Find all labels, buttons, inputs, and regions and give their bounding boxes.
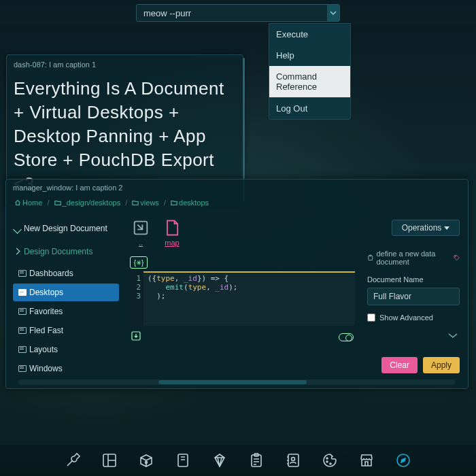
design-documents-header[interactable]: Design Documents [10,240,122,263]
menu-logout[interactable]: Log Out [269,97,350,119]
chevron-down-icon [330,10,337,16]
clear-button[interactable]: Clear [381,357,418,373]
command-dropdown: Execute Help Command Reference Log Out [269,23,351,120]
doc-name-field[interactable] [367,288,460,305]
tab-alt[interactable]: .. [131,218,150,247]
crumb-home[interactable]: Home [22,199,42,207]
palette-icon [322,452,338,469]
dock-clipboard[interactable] [248,452,265,469]
svg-rect-8 [178,454,188,466]
breadcrumb: Home / _design/desktops / views / deskto… [6,196,468,213]
code-text: ({type, _id}) => { emit(type, _id); ); [143,271,355,301]
svg-point-13 [326,458,328,459]
doc-name-input[interactable] [368,288,476,305]
define-hint: define a new data document [367,250,460,266]
editor-pane: .. map {✳} 123 ({type, _id}) => { emit(t… [124,213,359,384]
svg-point-14 [326,461,328,462]
home-icon [14,199,21,206]
tab-alt-label: .. [131,239,150,247]
dock-contacts[interactable] [284,452,302,469]
menu-help[interactable]: Help [269,45,350,66]
window2-caption: manager_window: I am caption 2 [6,180,468,196]
sidebar-item-dashboards[interactable]: Dashboards [13,265,119,282]
properties-panel: Operations define a new data document Do… [359,213,468,384]
code-editor[interactable]: 123 ({type, _id}) => { emit(type, _id); … [129,271,355,326]
clipboard-icon [367,254,373,262]
operations-button[interactable]: Operations [392,220,460,236]
wrench-icon [65,452,81,469]
crumb-design[interactable]: _design/desktops [63,199,121,207]
doc-name-label: Document Name [367,275,460,284]
show-advanced-checkbox[interactable] [367,313,375,322]
dock [0,445,476,476]
sidebar-item-layouts[interactable]: Layouts [13,341,119,358]
store-icon [358,452,375,469]
folder-icon [171,199,177,206]
sidebar-item-favorites[interactable]: Favorites [13,303,119,320]
file-icon [163,218,182,237]
folder-icon [132,199,139,206]
apply-button[interactable]: Apply [423,357,460,373]
dock-diamond[interactable] [211,452,228,469]
menu-command-reference[interactable]: Command Reference [269,66,350,97]
dock-store[interactable] [358,452,375,469]
tag-icon [454,254,460,262]
crumb-desktops[interactable]: desktops [179,199,209,207]
tab-map[interactable]: map [163,218,182,247]
command-input[interactable] [137,5,327,21]
menu-execute[interactable]: Execute [269,24,350,45]
svg-point-4 [455,256,456,257]
compass-icon [395,452,411,469]
dock-wrench[interactable] [64,452,82,469]
new-design-document[interactable]: New Design Document [10,217,122,240]
pointer-icon [131,218,150,237]
dock-book[interactable] [174,452,192,469]
panels-icon [101,452,118,469]
dock-compass[interactable] [394,452,412,469]
manager-window: manager_window: I am caption 2 Home / _d… [5,179,469,389]
tab-map-label: map [163,239,182,247]
command-dropdown-toggle[interactable] [327,5,339,21]
book-icon [175,452,191,469]
clipboard-icon [248,452,265,469]
download-icon [130,330,142,342]
gutter: 123 [129,271,143,326]
collapse-chevron[interactable] [446,331,460,339]
chevron-down-icon [446,331,460,339]
download-button[interactable] [130,330,142,344]
sidebar: New Design Document Design Documents Das… [6,213,124,384]
svg-point-15 [330,463,331,464]
contacts-icon [285,452,301,469]
dock-palette[interactable] [321,452,339,469]
h-scrollbar[interactable] [18,379,456,385]
dock-package[interactable] [137,452,155,469]
sidebar-item-desktops[interactable]: Desktops [13,284,119,301]
crumb-views[interactable]: views [140,199,159,207]
window1-caption: dash-087: I am caption 1 [7,55,243,71]
show-advanced[interactable]: Show Advanced [367,313,460,322]
svg-point-12 [292,458,295,461]
diamond-icon [211,452,228,469]
command-bar[interactable] [136,4,340,22]
folder-icon [54,199,61,206]
dock-panels[interactable] [101,452,118,469]
sidebar-item-fled-fast[interactable]: Fled Fast [13,322,119,339]
package-icon [138,452,154,469]
sidebar-item-windows[interactable]: Windows [13,360,119,377]
toggle-switch[interactable] [339,333,354,341]
function-badge: {✳} [130,256,148,269]
